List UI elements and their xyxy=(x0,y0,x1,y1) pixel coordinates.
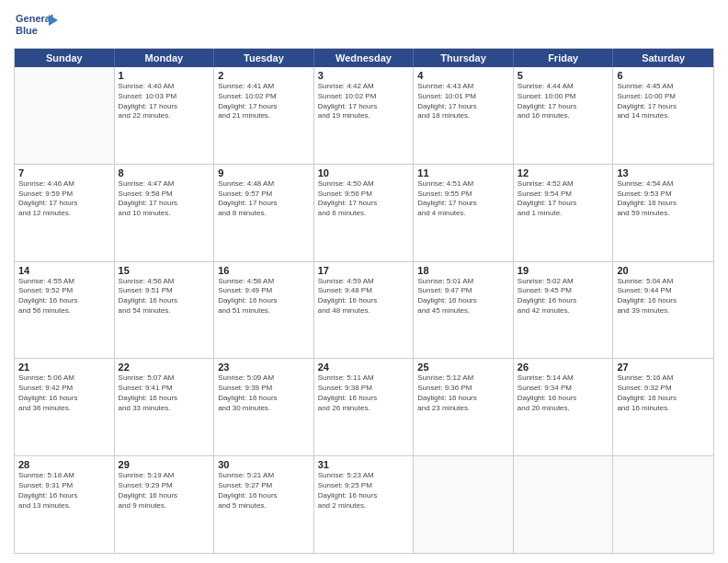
header-cell-sunday: Sunday xyxy=(15,49,115,67)
cell-details: Sunrise: 4:58 AMSunset: 9:49 PMDaylight:… xyxy=(218,277,310,316)
cell-details: Sunrise: 4:47 AMSunset: 9:58 PMDaylight:… xyxy=(119,179,210,219)
cal-cell: 9Sunrise: 4:48 AMSunset: 9:57 PMDaylight… xyxy=(214,165,314,261)
svg-text:Blue: Blue xyxy=(16,25,38,36)
cell-details: Sunrise: 4:56 AMSunset: 9:51 PMDaylight:… xyxy=(119,277,210,316)
cal-cell: 11Sunrise: 4:51 AMSunset: 9:55 PMDayligh… xyxy=(414,165,514,261)
day-number: 28 xyxy=(18,459,110,470)
cal-cell: 1Sunrise: 4:40 AMSunset: 10:03 PMDayligh… xyxy=(115,67,215,164)
cell-details: Sunrise: 5:23 AMSunset: 9:25 PMDaylight:… xyxy=(318,471,410,511)
cal-cell: 28Sunrise: 5:18 AMSunset: 9:31 PMDayligh… xyxy=(15,456,115,553)
cell-details: Sunrise: 4:42 AMSunset: 10:02 PMDaylight… xyxy=(318,82,410,121)
day-number: 6 xyxy=(617,70,710,81)
cell-details: Sunrise: 5:04 AMSunset: 9:44 PMDaylight:… xyxy=(617,277,710,316)
cal-cell: 15Sunrise: 4:56 AMSunset: 9:51 PMDayligh… xyxy=(115,262,215,359)
calendar-header-row: SundayMondayTuesdayWednesdayThursdayFrid… xyxy=(15,49,713,67)
header-cell-friday: Friday xyxy=(514,49,614,67)
cell-details: Sunrise: 5:11 AMSunset: 9:38 PMDaylight:… xyxy=(318,373,410,413)
day-number: 8 xyxy=(119,167,210,178)
day-number: 7 xyxy=(18,167,110,178)
cell-details: Sunrise: 5:12 AMSunset: 9:36 PMDaylight:… xyxy=(417,373,509,413)
cal-cell: 20Sunrise: 5:04 AMSunset: 9:44 PMDayligh… xyxy=(613,262,713,359)
cal-cell: 29Sunrise: 5:19 AMSunset: 9:29 PMDayligh… xyxy=(115,456,215,553)
calendar: SundayMondayTuesdayWednesdayThursdayFrid… xyxy=(14,48,714,554)
cell-details: Sunrise: 4:54 AMSunset: 9:53 PMDaylight:… xyxy=(617,179,710,219)
cell-details: Sunrise: 4:55 AMSunset: 9:52 PMDaylight:… xyxy=(18,277,110,316)
cell-details: Sunrise: 5:16 AMSunset: 9:32 PMDaylight:… xyxy=(617,373,710,413)
day-number: 30 xyxy=(218,459,310,470)
day-number: 21 xyxy=(18,362,110,373)
cal-cell: 22Sunrise: 5:07 AMSunset: 9:41 PMDayligh… xyxy=(115,359,215,455)
day-number: 12 xyxy=(518,167,609,178)
page: General Blue SundayMondayTuesdayWednesda… xyxy=(0,0,728,563)
day-number: 29 xyxy=(119,459,210,470)
day-number: 13 xyxy=(617,167,710,178)
cal-cell: 6Sunrise: 4:45 AMSunset: 10:00 PMDayligh… xyxy=(613,67,713,164)
cal-cell: 19Sunrise: 5:02 AMSunset: 9:45 PMDayligh… xyxy=(514,262,614,359)
header-cell-monday: Monday xyxy=(115,49,215,67)
cell-details: Sunrise: 5:21 AMSunset: 9:27 PMDaylight:… xyxy=(218,471,310,511)
cell-details: Sunrise: 5:18 AMSunset: 9:31 PMDaylight:… xyxy=(18,471,110,511)
cal-cell: 26Sunrise: 5:14 AMSunset: 9:34 PMDayligh… xyxy=(514,359,614,455)
cal-cell: 2Sunrise: 4:41 AMSunset: 10:02 PMDayligh… xyxy=(214,67,314,164)
cal-cell: 25Sunrise: 5:12 AMSunset: 9:36 PMDayligh… xyxy=(414,359,514,455)
cell-details: Sunrise: 4:41 AMSunset: 10:02 PMDaylight… xyxy=(218,82,310,121)
cal-cell: 5Sunrise: 4:44 AMSunset: 10:00 PMDayligh… xyxy=(514,67,614,164)
logo: General Blue xyxy=(14,9,69,42)
header-cell-tuesday: Tuesday xyxy=(214,49,314,67)
cal-cell: 17Sunrise: 4:59 AMSunset: 9:48 PMDayligh… xyxy=(314,262,415,359)
cal-cell: 23Sunrise: 5:09 AMSunset: 9:39 PMDayligh… xyxy=(214,359,314,455)
cal-cell: 30Sunrise: 5:21 AMSunset: 9:27 PMDayligh… xyxy=(214,456,314,553)
day-number: 31 xyxy=(318,459,410,470)
cal-cell: 13Sunrise: 4:54 AMSunset: 9:53 PMDayligh… xyxy=(613,165,713,261)
cal-cell xyxy=(613,456,713,553)
svg-marker-3 xyxy=(49,15,58,26)
cell-details: Sunrise: 5:09 AMSunset: 9:39 PMDaylight:… xyxy=(218,373,310,413)
cell-details: Sunrise: 4:45 AMSunset: 10:00 PMDaylight… xyxy=(617,82,710,121)
day-number: 26 xyxy=(518,362,609,373)
cal-cell xyxy=(15,67,115,164)
cal-row-2: 14Sunrise: 4:55 AMSunset: 9:52 PMDayligh… xyxy=(15,262,713,360)
cell-details: Sunrise: 4:52 AMSunset: 9:54 PMDaylight:… xyxy=(518,179,609,219)
cell-details: Sunrise: 4:51 AMSunset: 9:55 PMDaylight:… xyxy=(417,179,509,219)
day-number: 22 xyxy=(119,362,210,373)
cal-row-0: 1Sunrise: 4:40 AMSunset: 10:03 PMDayligh… xyxy=(15,67,713,165)
logo-svg: General Blue xyxy=(14,9,69,42)
cal-cell xyxy=(514,456,614,553)
cell-details: Sunrise: 4:50 AMSunset: 9:56 PMDaylight:… xyxy=(318,179,410,219)
cal-cell: 4Sunrise: 4:43 AMSunset: 10:01 PMDayligh… xyxy=(414,67,514,164)
cell-details: Sunrise: 5:01 AMSunset: 9:47 PMDaylight:… xyxy=(417,277,509,316)
svg-text:General: General xyxy=(16,13,53,24)
day-number: 5 xyxy=(518,70,609,81)
day-number: 15 xyxy=(119,265,210,276)
day-number: 19 xyxy=(518,265,609,276)
day-number: 18 xyxy=(417,265,509,276)
cell-details: Sunrise: 4:43 AMSunset: 10:01 PMDaylight… xyxy=(417,82,509,121)
cal-row-3: 21Sunrise: 5:06 AMSunset: 9:42 PMDayligh… xyxy=(15,359,713,456)
cal-cell: 16Sunrise: 4:58 AMSunset: 9:49 PMDayligh… xyxy=(214,262,314,359)
cal-cell: 31Sunrise: 5:23 AMSunset: 9:25 PMDayligh… xyxy=(314,456,415,553)
day-number: 27 xyxy=(617,362,710,373)
cal-cell: 14Sunrise: 4:55 AMSunset: 9:52 PMDayligh… xyxy=(15,262,115,359)
header-cell-saturday: Saturday xyxy=(613,49,713,67)
cal-cell: 24Sunrise: 5:11 AMSunset: 9:38 PMDayligh… xyxy=(314,359,415,455)
day-number: 24 xyxy=(318,362,410,373)
day-number: 2 xyxy=(218,70,310,81)
cell-details: Sunrise: 5:06 AMSunset: 9:42 PMDaylight:… xyxy=(18,373,110,413)
cal-cell xyxy=(414,456,514,553)
cal-row-4: 28Sunrise: 5:18 AMSunset: 9:31 PMDayligh… xyxy=(15,456,713,553)
cell-details: Sunrise: 4:48 AMSunset: 9:57 PMDaylight:… xyxy=(218,179,310,219)
day-number: 16 xyxy=(218,265,310,276)
day-number: 9 xyxy=(218,167,310,178)
cell-details: Sunrise: 4:46 AMSunset: 9:59 PMDaylight:… xyxy=(18,179,110,219)
cell-details: Sunrise: 4:40 AMSunset: 10:03 PMDaylight… xyxy=(119,82,210,121)
cal-cell: 21Sunrise: 5:06 AMSunset: 9:42 PMDayligh… xyxy=(15,359,115,455)
cell-details: Sunrise: 5:14 AMSunset: 9:34 PMDaylight:… xyxy=(518,373,609,413)
cell-details: Sunrise: 4:44 AMSunset: 10:00 PMDaylight… xyxy=(518,82,609,121)
calendar-body: 1Sunrise: 4:40 AMSunset: 10:03 PMDayligh… xyxy=(15,67,713,553)
day-number: 3 xyxy=(318,70,410,81)
day-number: 14 xyxy=(18,265,110,276)
header-cell-thursday: Thursday xyxy=(414,49,514,67)
day-number: 17 xyxy=(318,265,410,276)
cal-cell: 8Sunrise: 4:47 AMSunset: 9:58 PMDaylight… xyxy=(115,165,215,261)
day-number: 10 xyxy=(318,167,410,178)
